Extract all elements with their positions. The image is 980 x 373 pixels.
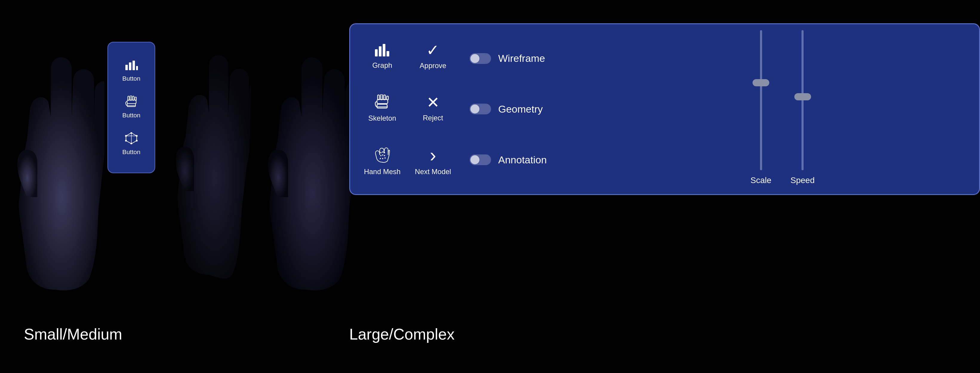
scale-thumb	[752, 79, 769, 86]
next-model-label: Next Model	[415, 167, 451, 176]
panel-button-1-label: Button	[123, 75, 141, 82]
svg-point-36	[380, 158, 381, 159]
svg-point-15	[136, 135, 138, 137]
next-model-item[interactable]: › Next Model	[415, 147, 451, 176]
wireframe-knob	[471, 54, 479, 63]
annotation-toggle[interactable]	[469, 155, 491, 165]
svg-point-30	[380, 152, 382, 153]
skeleton-label: Skeleton	[368, 114, 396, 123]
skeleton-icon	[375, 94, 390, 110]
large-complex-label: Large/Complex	[349, 325, 455, 343]
svg-point-33	[380, 155, 382, 156]
svg-point-38	[385, 157, 386, 159]
hand-mesh-icon	[374, 147, 390, 164]
panel-button-1[interactable]: Button	[123, 59, 141, 82]
svg-point-34	[382, 155, 383, 156]
svg-point-19	[125, 140, 127, 142]
reject-item[interactable]: ✕ Reject	[423, 95, 443, 122]
scale-slider[interactable]: Scale	[751, 30, 772, 185]
sliders-column: Scale Speed	[589, 24, 979, 194]
svg-point-32	[384, 152, 385, 153]
approve-label: Approve	[420, 62, 446, 70]
graph-item[interactable]: Graph	[372, 43, 392, 70]
panel-button-2-label: Button	[123, 112, 141, 119]
svg-point-37	[382, 158, 383, 159]
svg-rect-20	[375, 49, 378, 56]
icons-column-1: Graph Skeleton	[350, 24, 406, 194]
svg-rect-9	[127, 104, 135, 107]
annotation-label: Annotation	[498, 154, 547, 166]
annotation-knob	[471, 155, 479, 164]
scale-label: Scale	[751, 175, 772, 185]
panel-button-3[interactable]: Button	[123, 132, 141, 156]
geometry-knob	[471, 105, 479, 113]
large-complex-section: Graph Skeleton	[260, 0, 980, 373]
svg-rect-2	[132, 61, 135, 70]
reject-label: Reject	[423, 114, 443, 122]
toggles-column: Wireframe Geometry Annotation	[461, 24, 589, 194]
svg-rect-1	[129, 62, 131, 70]
geometry-label: Geometry	[498, 103, 542, 115]
bar-chart-icon	[125, 59, 138, 72]
cube-icon	[125, 132, 138, 145]
panel-button-3-label: Button	[123, 148, 141, 156]
small-medium-label: Small/Medium	[24, 325, 122, 343]
wireframe-toggle-row: Wireframe	[469, 53, 580, 64]
svg-rect-24	[380, 94, 382, 100]
geometry-toggle[interactable]	[469, 104, 491, 115]
svg-rect-25	[383, 95, 385, 100]
next-model-icon: ›	[430, 147, 436, 164]
reject-icon: ✕	[426, 95, 440, 110]
approve-item[interactable]: ✓ Approve	[420, 42, 446, 70]
icons-column-2: ✓ Approve ✕ Reject › Next Model	[406, 24, 461, 194]
svg-rect-29	[377, 104, 387, 108]
wireframe-label: Wireframe	[498, 53, 545, 64]
wireframe-toggle[interactable]	[469, 53, 491, 64]
graph-icon	[374, 43, 390, 57]
svg-point-18	[125, 135, 127, 137]
geometry-toggle-row: Geometry	[469, 103, 580, 115]
svg-point-31	[382, 151, 383, 153]
svg-rect-3	[136, 66, 138, 70]
svg-point-16	[136, 140, 138, 142]
hand-mesh-label: Hand Mesh	[364, 167, 401, 176]
svg-rect-0	[126, 65, 128, 70]
svg-rect-6	[128, 96, 129, 100]
svg-rect-22	[383, 44, 385, 56]
skeleton-hand-icon	[125, 96, 138, 109]
scale-track	[760, 30, 762, 170]
large-panel: Graph Skeleton	[349, 23, 980, 195]
graph-label: Graph	[372, 61, 392, 70]
speed-track	[802, 30, 803, 170]
skeleton-item[interactable]: Skeleton	[368, 94, 396, 123]
small-panel: Button Button	[107, 42, 155, 173]
approve-icon: ✓	[426, 42, 439, 58]
svg-rect-5	[132, 96, 134, 100]
speed-slider[interactable]: Speed	[791, 30, 815, 185]
svg-point-35	[384, 155, 385, 156]
panel-button-2[interactable]: Button	[123, 96, 141, 119]
svg-rect-21	[379, 46, 382, 56]
right-hand-small-section	[167, 15, 251, 284]
speed-thumb	[794, 93, 811, 100]
svg-rect-23	[387, 51, 389, 56]
annotation-toggle-row: Annotation	[469, 154, 580, 166]
svg-rect-4	[130, 96, 132, 100]
left-hand-silhouette	[9, 15, 105, 299]
svg-rect-26	[378, 95, 379, 100]
hand-mesh-item[interactable]: Hand Mesh	[364, 147, 401, 176]
speed-label: Speed	[791, 175, 815, 185]
large-hand-left	[260, 15, 355, 299]
